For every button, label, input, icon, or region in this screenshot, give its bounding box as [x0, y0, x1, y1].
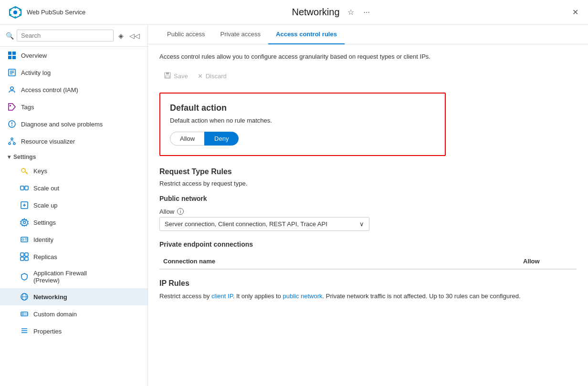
default-action-title: Default action — [170, 103, 435, 113]
overview-icon — [8, 51, 16, 60]
private-endpoint-table-header: Connection name Allow — [159, 254, 577, 270]
svg-rect-9 — [8, 52, 11, 55]
top-bar: Web PubSub Service Networking ☆ ··· ✕ — [0, 0, 588, 25]
sidebar-item-keys-label: Keys — [33, 167, 47, 175]
deny-button[interactable]: Deny — [204, 132, 239, 146]
sidebar-item-overview[interactable]: Overview — [0, 47, 147, 64]
default-action-description: Default action when no rule matches. — [170, 117, 435, 124]
save-label: Save — [174, 73, 188, 80]
svg-rect-42 — [21, 257, 24, 261]
sidebar-item-identity-label: Identity — [33, 236, 53, 243]
properties-icon — [20, 327, 29, 335]
svg-point-6 — [14, 16, 16, 18]
discard-icon: ✕ — [198, 73, 203, 80]
sidebar-item-settings[interactable]: Settings — [0, 214, 147, 231]
identity-icon — [20, 235, 29, 244]
app-branding: Web PubSub Service — [8, 5, 85, 20]
svg-point-23 — [9, 143, 10, 145]
settings-collapse-icon: ▾ — [8, 154, 10, 160]
tab-public-access[interactable]: Public access — [159, 25, 212, 44]
tab-private-access[interactable]: Private access — [212, 25, 268, 44]
allow-button[interactable]: Allow — [170, 132, 204, 146]
info-icon[interactable]: i — [177, 208, 184, 215]
sidebar-item-settings-label: Settings — [33, 219, 56, 226]
sidebar-item-keys[interactable]: Keys — [0, 162, 147, 179]
sidebar-item-overview-label: Overview — [21, 52, 47, 59]
sidebar-item-properties-label: Properties — [33, 328, 62, 335]
svg-rect-11 — [8, 56, 11, 59]
activity-log-icon — [8, 68, 16, 77]
svg-point-2 — [13, 10, 17, 14]
collapse-button[interactable]: ◁◁ — [127, 31, 142, 41]
svg-rect-12 — [12, 56, 16, 59]
scale-out-icon — [20, 184, 29, 192]
discard-button[interactable]: ✕ Discard — [193, 69, 231, 83]
connection-type-dropdown[interactable]: Server connection, Client connection, RE… — [159, 217, 369, 231]
sidebar-item-properties[interactable]: Properties — [0, 323, 147, 340]
sidebar-item-scale-out[interactable]: Scale out — [0, 179, 147, 197]
settings-section[interactable]: ▾ Settings — [0, 150, 147, 162]
pin-button[interactable]: ◈ — [116, 31, 126, 41]
svg-point-8 — [10, 9, 11, 11]
iam-icon — [8, 85, 16, 94]
sidebar: 🔍 ◈ ◁◁ Overview Activity log — [0, 25, 148, 386]
client-ip-link[interactable]: client IP — [211, 292, 233, 300]
dropdown-value: Server connection, Client connection, RE… — [165, 220, 327, 228]
sidebar-item-scale-up[interactable]: Scale up — [0, 197, 147, 214]
collapse-buttons: ◈ ◁◁ — [116, 31, 142, 41]
sidebar-nav: Overview Activity log Access control (IA… — [0, 47, 147, 386]
sidebar-item-networking[interactable]: Networking — [0, 288, 147, 305]
private-endpoint-title: Private endpoint connections — [159, 240, 577, 248]
sidebar-item-iam[interactable]: Access control (IAM) — [0, 81, 147, 98]
svg-point-3 — [14, 7, 16, 9]
title-area: Networking ☆ ··· — [284, 6, 371, 19]
sidebar-item-identity[interactable]: Identity — [0, 231, 147, 248]
ip-rules-title: IP Rules — [159, 279, 577, 288]
sidebar-item-tags[interactable]: Tags — [0, 98, 147, 115]
svg-point-5 — [19, 14, 21, 16]
public-network-link[interactable]: public network — [283, 292, 322, 300]
more-options-button[interactable]: ··· — [362, 6, 372, 19]
firewall-icon — [20, 272, 29, 281]
tab-access-control-rules[interactable]: Access control rules — [268, 25, 345, 44]
request-type-rules-section: Request Type Rules Restrict access by re… — [159, 167, 577, 270]
close-button[interactable]: ✕ — [570, 6, 580, 19]
default-action-box: Default action Default action when no ru… — [159, 93, 446, 156]
svg-rect-41 — [25, 253, 28, 256]
sidebar-item-scale-up-label: Scale up — [33, 202, 58, 209]
public-network-title: Public network — [159, 195, 577, 202]
networking-icon — [20, 292, 29, 301]
sidebar-item-resource-visualizer[interactable]: Resource visualizer — [0, 133, 147, 150]
sidebar-item-activity-log[interactable]: Activity log — [0, 64, 147, 81]
svg-point-37 — [22, 239, 24, 240]
sidebar-item-diagnose[interactable]: Diagnose and solve problems — [0, 115, 147, 133]
svg-rect-30 — [21, 186, 24, 190]
sidebar-item-custom-domain[interactable]: Custom domain — [0, 305, 147, 323]
svg-rect-54 — [166, 73, 169, 74]
favorite-button[interactable]: ☆ — [346, 6, 356, 19]
svg-point-18 — [10, 105, 11, 106]
settings-icon — [20, 218, 29, 227]
sidebar-item-scale-out-label: Scale out — [33, 185, 59, 192]
sidebar-search-area: 🔍 ◈ ◁◁ — [0, 25, 147, 47]
svg-rect-31 — [25, 186, 28, 190]
svg-rect-43 — [25, 257, 28, 261]
sidebar-item-iam-label: Access control (IAM) — [21, 86, 78, 94]
chevron-down-icon: ∨ — [359, 220, 364, 228]
save-button[interactable]: Save — [159, 69, 193, 83]
app-icon — [8, 5, 23, 20]
search-input[interactable] — [17, 30, 114, 42]
svg-point-4 — [19, 9, 21, 11]
window-controls: ✕ — [570, 6, 580, 19]
sidebar-item-networking-label: Networking — [33, 293, 67, 301]
svg-point-35 — [23, 221, 26, 224]
sidebar-item-activity-log-label: Activity log — [21, 69, 51, 76]
svg-line-26 — [12, 140, 14, 143]
discard-label: Discard — [206, 73, 227, 80]
sidebar-item-app-firewall-label: Application Firewall (Preview) — [33, 270, 87, 284]
scale-up-icon — [20, 201, 29, 209]
sidebar-item-replicas[interactable]: Replicas — [0, 248, 147, 265]
sidebar-item-app-firewall[interactable]: Application Firewall (Preview) — [0, 265, 147, 288]
svg-point-24 — [13, 143, 15, 145]
sidebar-item-custom-domain-label: Custom domain — [33, 311, 77, 318]
